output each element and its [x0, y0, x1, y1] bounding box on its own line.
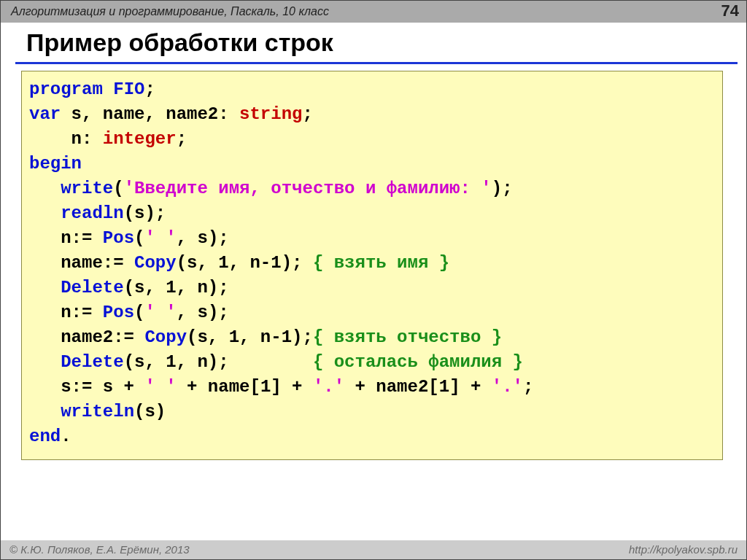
- kw-begin: begin: [29, 154, 82, 174]
- fn-delete1: Delete: [61, 278, 123, 298]
- fn-copy1: Copy: [134, 253, 177, 273]
- fn-pos2: Pos: [103, 303, 134, 322]
- del-pad: [229, 352, 313, 372]
- semi: ;: [523, 377, 533, 397]
- str-space3: ' ': [144, 377, 176, 397]
- prog-name: FIO: [113, 79, 144, 99]
- top-bar: Алгоритмизация и программирование, Паска…: [1, 1, 746, 23]
- fn-delete2: Delete: [61, 352, 123, 372]
- kw-end: end: [29, 427, 61, 446]
- fn-readln: readln: [61, 203, 123, 223]
- copy-args1: (s, 1, n-1);: [177, 253, 313, 273]
- code-box: program FIO; var s, name, name2: string;…: [21, 71, 723, 460]
- plus2: + name2[1] +: [344, 377, 492, 397]
- plus1: + name[1] +: [177, 377, 313, 397]
- str-space1: ' ': [144, 228, 176, 248]
- copyright: © К.Ю. Поляков, Е.А. Ерёмин, 2013: [9, 543, 190, 556]
- name2a: name2:=: [29, 327, 144, 347]
- comment-3: { осталась фамилия }: [313, 352, 523, 372]
- n-decl: n:: [29, 129, 103, 149]
- pos2a: n:=: [29, 303, 103, 322]
- pos-arg-close2: , s);: [177, 303, 229, 322]
- fn-pos1: Pos: [103, 228, 134, 248]
- fn-write: write: [61, 179, 113, 198]
- comment-1: { взять имя }: [313, 253, 449, 273]
- var-list: s, name, name2:: [61, 104, 239, 124]
- pos-arg-open2: (: [134, 303, 144, 322]
- concat-start: s:= s +: [29, 377, 144, 397]
- name1a: name:=: [29, 253, 134, 273]
- title-underline: [15, 62, 738, 64]
- str-space2: ' ': [144, 303, 176, 322]
- kw-program: program: [29, 79, 103, 99]
- pos1a: n:=: [29, 228, 103, 248]
- page-title: Пример обработки строк: [26, 28, 732, 57]
- code-listing: program FIO; var s, name, name2: string;…: [29, 77, 715, 449]
- copy-args2: (s, 1, n-1);: [187, 327, 313, 347]
- footer-bar: © К.Ю. Поляков, Е.А. Ерёмин, 2013 http:/…: [1, 540, 746, 559]
- footer-url: http://kpolyakov.spb.ru: [629, 540, 738, 559]
- str-dot2: '.': [492, 377, 523, 397]
- comment-2: { взять отчество }: [313, 327, 502, 347]
- pos-arg-close1: , s);: [177, 228, 229, 248]
- del-args2: (s, 1, n);: [124, 352, 229, 372]
- kw-var: var: [29, 104, 61, 124]
- fn-writeln: writeln: [61, 402, 134, 421]
- fn-copy2: Copy: [144, 327, 187, 347]
- slide: Алгоритмизация и программирование, Паска…: [0, 0, 747, 560]
- breadcrumb: Алгоритмизация и программирование, Паска…: [11, 5, 329, 18]
- writeln-arg: (s): [134, 402, 166, 421]
- readln-arg: (s);: [124, 203, 166, 223]
- pos-arg-open1: (: [134, 228, 144, 248]
- str-prompt: 'Введите имя, отчество и фамилию: ': [124, 179, 492, 198]
- del-args1: (s, 1, n);: [124, 278, 229, 298]
- page-number: 74: [721, 1, 739, 23]
- type-string: string: [239, 104, 302, 124]
- str-dot1: '.': [313, 377, 344, 397]
- type-integer: integer: [103, 129, 177, 149]
